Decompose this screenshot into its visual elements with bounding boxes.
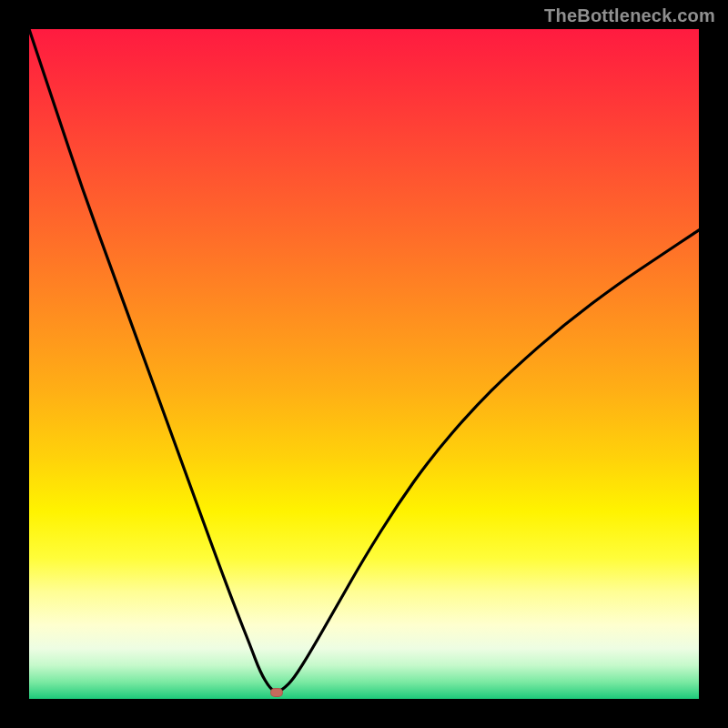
chart-frame: TheBottleneck.com — [0, 0, 728, 728]
bottleneck-curve — [29, 29, 699, 699]
optimal-marker — [270, 688, 283, 697]
watermark-text: TheBottleneck.com — [544, 5, 715, 26]
plot-area — [29, 29, 699, 699]
